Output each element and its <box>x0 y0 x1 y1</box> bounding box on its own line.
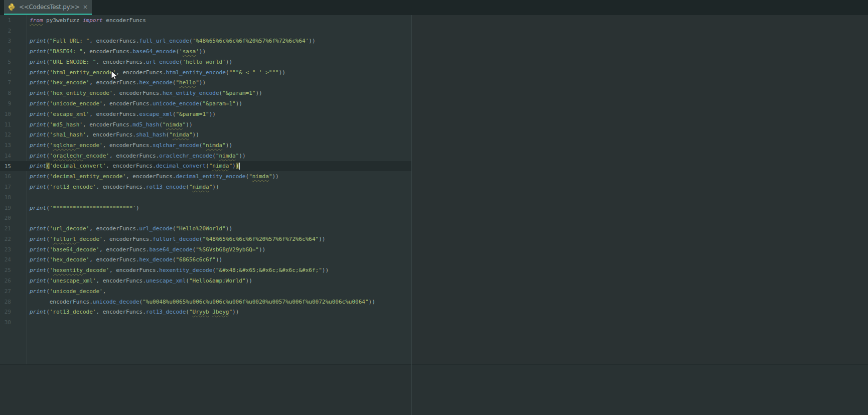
line-number[interactable]: 8 <box>0 90 11 96</box>
code-text: from py3webfuzz import encoderFuncs <box>30 17 146 24</box>
line-number[interactable]: 7 <box>0 79 11 86</box>
line-number[interactable]: 18 <box>0 194 11 201</box>
code-line[interactable]: 4print("BASE64: ", encoderFuncs.base64_e… <box>0 46 411 57</box>
code-text: print('escape_xml', encoderFuncs.escape_… <box>30 111 216 117</box>
code-line[interactable]: 20 <box>0 213 411 224</box>
code-text: print('hexentity_decode', encoderFuncs.h… <box>30 267 329 273</box>
bottom-panel <box>0 364 868 415</box>
code-text: print('fullurl_decode', encoderFuncs.ful… <box>30 236 325 242</box>
code-text: print('sha1_hash', encoderFuncs.sha1_has… <box>30 131 199 138</box>
line-number[interactable]: 10 <box>0 111 11 117</box>
line-number[interactable]: 14 <box>0 153 11 159</box>
code-text: print('url_decode', encoderFuncs.url_dec… <box>30 225 232 232</box>
line-number[interactable]: 2 <box>0 28 11 34</box>
line-number[interactable]: 21 <box>0 225 11 232</box>
line-number[interactable]: 24 <box>0 256 11 263</box>
code-line[interactable]: 15print('decimal_convert', encoderFuncs.… <box>0 161 411 172</box>
code-line[interactable]: 6print('html_entity_encode', encoderFunc… <box>0 67 411 78</box>
line-number[interactable]: 29 <box>0 309 11 315</box>
code-text: print('rot13_decode', encoderFuncs.rot13… <box>30 309 239 315</box>
code-line[interactable]: 12print('sha1_hash', encoderFuncs.sha1_h… <box>0 129 411 140</box>
line-number[interactable]: 28 <box>0 299 11 305</box>
tab-title: <<CodecsTest.py>> <box>19 4 80 11</box>
code-line[interactable]: 27print('unicode_decode', <box>0 286 411 297</box>
python-icon <box>8 3 16 11</box>
code-line[interactable]: 8print('hex_entity_encode', encoderFuncs… <box>0 88 411 98</box>
code-line[interactable]: 5print("URL ENCODE: ", encoderFuncs.url_… <box>0 57 411 67</box>
code-line[interactable]: 22print('fullurl_decode', encoderFuncs.f… <box>0 234 411 244</box>
editor-tab-bar: <<CodecsTest.py>> × <box>0 0 868 15</box>
code-text: print('unescape_xml', encoderFuncs.unesc… <box>30 278 252 284</box>
line-number[interactable]: 27 <box>0 288 11 295</box>
code-line[interactable]: 16print('decimal_entity_encode', encoder… <box>0 171 411 182</box>
line-number[interactable]: 25 <box>0 267 11 273</box>
code-text: encoderFuncs.unicode_decode("%u0048%u006… <box>30 299 375 305</box>
code-text: print('md5_hash', encoderFuncs.md5_hash(… <box>30 121 193 128</box>
code-line[interactable]: 19print('************************') <box>0 203 411 213</box>
ide-window: <<CodecsTest.py>> × 1from py3webfuzz imp… <box>0 0 868 415</box>
code-line[interactable]: 18 <box>0 192 411 203</box>
code-line[interactable]: 30 <box>0 317 411 328</box>
line-number[interactable]: 23 <box>0 246 11 253</box>
line-number[interactable]: 20 <box>0 215 11 221</box>
line-number[interactable]: 9 <box>0 100 11 107</box>
code-line[interactable]: 1from py3webfuzz import encoderFuncs <box>0 15 411 26</box>
line-number[interactable]: 12 <box>0 131 11 138</box>
code-line[interactable]: 24print('hex_decode', encoderFuncs.hex_d… <box>0 255 411 265</box>
right-margin-guide <box>411 15 412 415</box>
text-caret <box>239 163 240 170</box>
line-number[interactable]: 19 <box>0 205 11 211</box>
code-line[interactable]: 11print('md5_hash', encoderFuncs.md5_has… <box>0 119 411 130</box>
code-line[interactable]: 29print('rot13_decode', encoderFuncs.rot… <box>0 307 411 317</box>
code-line[interactable]: 13print('sqlchar_encode', encoderFuncs.s… <box>0 140 411 151</box>
line-number[interactable]: 5 <box>0 59 11 65</box>
code-text: print("URL ENCODE: ", encoderFuncs.url_e… <box>30 59 232 65</box>
code-text: print('decimal_entity_encode', encoderFu… <box>30 173 279 180</box>
line-number[interactable]: 3 <box>0 38 11 44</box>
line-number[interactable]: 11 <box>0 121 11 128</box>
code-line[interactable]: 7print('hex_encode', encoderFuncs.hex_en… <box>0 78 411 88</box>
code-text: print('decimal_convert', encoderFuncs.de… <box>30 163 240 170</box>
code-text: print('hex_entity_encode', encoderFuncs.… <box>30 90 262 96</box>
code-text: print("BASE64: ", encoderFuncs.base64_en… <box>30 48 206 55</box>
line-number[interactable]: 4 <box>0 48 11 55</box>
code-line[interactable]: 28 encoderFuncs.unicode_decode("%u0048%u… <box>0 297 411 307</box>
line-number[interactable]: 22 <box>0 236 11 242</box>
code-text: print('rot13_encode', encoderFuncs.rot13… <box>30 184 219 190</box>
line-number[interactable]: 6 <box>0 69 11 76</box>
code-line[interactable]: 17print('rot13_encode', encoderFuncs.rot… <box>0 182 411 192</box>
code-line[interactable]: 10print('escape_xml', encoderFuncs.escap… <box>0 109 411 119</box>
code-text: print('************************') <box>30 205 139 211</box>
right-margin-area <box>412 15 868 364</box>
code-line[interactable]: 25print('hexentity_decode', encoderFuncs… <box>0 265 411 275</box>
mouse-cursor-icon <box>111 70 119 81</box>
line-number[interactable]: 13 <box>0 142 11 149</box>
code-line[interactable]: 14print('oraclechr_encode', encoderFuncs… <box>0 151 411 161</box>
code-text: print('unicode_encode', encoderFuncs.uni… <box>30 100 242 107</box>
code-line[interactable]: 3print("Full URL: ", encoderFuncs.full_u… <box>0 36 411 47</box>
line-number[interactable]: 15 <box>0 163 11 170</box>
code-text: print('base64_decode', encoderFuncs.base… <box>30 246 265 253</box>
close-icon[interactable]: × <box>83 4 88 11</box>
code-line[interactable]: 9print('unicode_encode', encoderFuncs.un… <box>0 98 411 109</box>
code-text: print('hex_decode', encoderFuncs.hex_dec… <box>30 256 222 263</box>
code-line[interactable]: 23print('base64_decode', encoderFuncs.ba… <box>0 244 411 255</box>
line-number[interactable]: 17 <box>0 184 11 190</box>
code-text: print('html_entity_encode', encoderFuncs… <box>30 69 285 76</box>
line-number[interactable]: 26 <box>0 278 11 284</box>
code-editor[interactable]: 1from py3webfuzz import encoderFuncs23pr… <box>0 15 868 364</box>
code-line[interactable]: 26print('unescape_xml', encoderFuncs.une… <box>0 275 411 286</box>
code-text: print("Full URL: ", encoderFuncs.full_ur… <box>30 38 316 44</box>
code-line[interactable]: 21print('url_decode', encoderFuncs.url_d… <box>0 223 411 234</box>
code-text: print('unicode_decode', <box>30 288 106 295</box>
code-line[interactable]: 2 <box>0 26 411 36</box>
line-number[interactable]: 1 <box>0 17 11 24</box>
line-number[interactable]: 16 <box>0 173 11 180</box>
line-number[interactable]: 30 <box>0 319 11 326</box>
code-lines: 1from py3webfuzz import encoderFuncs23pr… <box>0 15 411 328</box>
code-text: print('sqlchar_encode', encoderFuncs.sql… <box>30 142 232 149</box>
tab-codecstest[interactable]: <<CodecsTest.py>> × <box>4 0 92 15</box>
code-text: print('oraclechr_encode', encoderFuncs.o… <box>30 153 246 159</box>
